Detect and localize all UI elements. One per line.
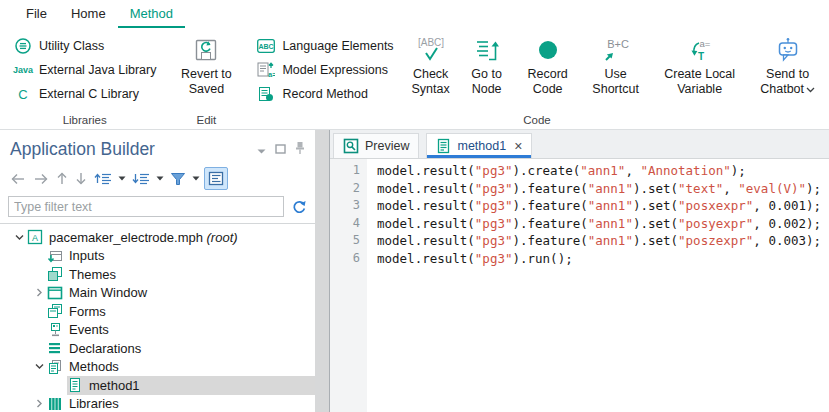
tab-method[interactable]: Method xyxy=(118,1,185,28)
tree-item-libraries[interactable]: Libraries xyxy=(0,395,315,412)
group-label-edit: Edit xyxy=(171,113,241,129)
create-local-variable-button[interactable]: a=T Create Local Variable xyxy=(651,29,749,97)
collapse-list-icon[interactable] xyxy=(130,169,152,189)
tree-item-themes[interactable]: Themes xyxy=(0,265,315,284)
close-icon[interactable]: × xyxy=(512,139,522,153)
use-shortcut-icon: B+C xyxy=(600,34,632,66)
record-code-button[interactable]: Record Code xyxy=(515,29,581,97)
collapse-chevron-icon[interactable] xyxy=(257,142,266,157)
back-arrow-icon[interactable] xyxy=(8,169,28,189)
line-number: 2 xyxy=(330,180,360,198)
tab-file[interactable]: File xyxy=(14,1,59,28)
filter-input[interactable] xyxy=(8,196,284,217)
tree-item-pacemaker-electrode-mph[interactable]: Apacemaker_electrode.mph (root) xyxy=(0,228,315,247)
expand-list-icon[interactable] xyxy=(92,169,114,189)
expander-closed-icon[interactable] xyxy=(32,397,47,410)
tree-item-methods[interactable]: Methods xyxy=(0,358,315,377)
model-expressions-icon: a= xyxy=(256,62,276,78)
code-line-2[interactable]: model.result("pg3").feature("ann1").set(… xyxy=(377,180,829,198)
code-line-6[interactable]: model.result("pg3").run(); xyxy=(377,250,829,268)
ribbon-group-code: ABC Language Elements a= Model Expressio… xyxy=(247,29,826,129)
code-line-1[interactable]: model.result("pg3").create("ann1", "Anno… xyxy=(377,162,829,180)
check-syntax-button[interactable]: [ABC] Check Syntax xyxy=(403,29,459,97)
tab-method1[interactable]: method1 × xyxy=(426,133,532,158)
tree-item-declarations[interactable]: Declarations xyxy=(0,339,315,358)
tab-preview[interactable]: Preview xyxy=(333,133,419,158)
external-c-library-button[interactable]: C External C Library xyxy=(4,82,165,106)
code-line-4[interactable]: model.result("pg3").feature("ann1").set(… xyxy=(377,215,829,233)
svg-text:a=: a= xyxy=(268,70,275,78)
main-window-icon xyxy=(47,285,63,301)
declarations-icon xyxy=(47,340,63,356)
ribbon: Utility Class Java External Java Library… xyxy=(0,28,829,130)
language-elements-button[interactable]: ABC Language Elements xyxy=(247,34,402,58)
tab-preview-label: Preview xyxy=(365,139,409,153)
show-details-toggle[interactable] xyxy=(204,167,228,190)
refresh-icon[interactable] xyxy=(291,199,307,215)
inputs-icon xyxy=(47,248,63,264)
tab-home[interactable]: Home xyxy=(59,1,118,28)
svg-text:A: A xyxy=(32,233,38,243)
tab-method1-label: method1 xyxy=(457,139,506,153)
line-number: 6 xyxy=(330,250,360,268)
tree-item-forms[interactable]: Forms xyxy=(0,302,315,321)
c-icon: C xyxy=(13,87,33,102)
ribbon-group-libraries: Utility Class Java External Java Library… xyxy=(4,29,165,129)
forward-arrow-icon[interactable] xyxy=(31,169,51,189)
float-window-icon[interactable] xyxy=(275,142,286,157)
tree-item-label: Themes xyxy=(69,267,116,282)
model-expressions-button[interactable]: a= Model Expressions xyxy=(247,58,402,82)
themes-icon xyxy=(47,266,63,282)
code-line-5[interactable]: model.result("pg3").feature("ann1").set(… xyxy=(377,232,829,250)
method-editor: Preview method1 × 123456 model.result("p… xyxy=(329,130,829,412)
methods-icon xyxy=(47,359,63,375)
panel-splitter[interactable] xyxy=(315,130,329,412)
code-area[interactable]: model.result("pg3").create("ann1", "Anno… xyxy=(367,159,829,412)
tree-item-label: pacemaker_electrode.mph (root) xyxy=(49,230,238,245)
svg-text:B+C: B+C xyxy=(607,38,629,50)
use-shortcut-button[interactable]: B+C Use Shortcut xyxy=(581,29,651,97)
utility-class-icon xyxy=(13,37,33,55)
collapse-list-dropdown-icon[interactable] xyxy=(155,169,165,189)
utility-class-button[interactable]: Utility Class xyxy=(4,34,165,58)
code-editor[interactable]: 123456 model.result("pg3").create("ann1"… xyxy=(330,159,829,412)
pin-icon[interactable] xyxy=(295,141,305,158)
events-icon xyxy=(47,322,63,338)
expander-open-icon[interactable] xyxy=(32,360,47,373)
move-up-icon[interactable] xyxy=(54,169,70,189)
use-shortcut-label: Use Shortcut xyxy=(585,67,647,97)
code-line-3[interactable]: model.result("pg3").feature("ann1").set(… xyxy=(377,197,829,215)
record-code-label: Record Code xyxy=(519,67,577,97)
panel-title: Application Builder xyxy=(10,139,257,160)
filter-dropdown-icon[interactable] xyxy=(191,169,201,189)
method-icon xyxy=(67,377,83,393)
record-method-button[interactable]: Record Method xyxy=(247,82,402,106)
main-content: Application Builder xyxy=(0,130,829,412)
svg-text:ABC: ABC xyxy=(259,43,274,50)
move-down-icon[interactable] xyxy=(73,169,89,189)
create-local-variable-label: Create Local Variable xyxy=(655,67,745,97)
tree-item-main-window[interactable]: Main Window xyxy=(0,284,315,303)
libraries-icon xyxy=(47,396,63,412)
tree-item-label: Declarations xyxy=(69,341,141,356)
revert-to-saved-button[interactable]: Revert to Saved xyxy=(171,29,241,97)
tree-item-events[interactable]: Events xyxy=(0,321,315,340)
language-elements-label: Language Elements xyxy=(282,39,393,53)
expand-list-dropdown-icon[interactable] xyxy=(117,169,127,189)
language-elements-icon: ABC xyxy=(256,39,276,53)
record-method-icon xyxy=(256,86,276,102)
line-number: 5 xyxy=(330,232,360,250)
expander-open-icon[interactable] xyxy=(12,231,27,244)
preview-icon xyxy=(343,138,359,154)
external-java-library-label: External Java Library xyxy=(39,63,156,77)
expander-closed-icon[interactable] xyxy=(32,286,47,299)
go-to-node-button[interactable]: Go to Node xyxy=(459,29,515,97)
send-to-chatbot-button[interactable]: Send to Chatbot xyxy=(749,29,827,97)
method-icon xyxy=(436,138,451,154)
create-local-variable-icon: a=T xyxy=(685,34,715,66)
filter-icon[interactable] xyxy=(168,169,188,189)
tree-item-inputs[interactable]: Inputs xyxy=(0,247,315,266)
tree-item-method1[interactable]: method1 xyxy=(0,376,315,395)
tree[interactable]: Apacemaker_electrode.mph (root)InputsThe… xyxy=(0,223,315,412)
external-java-library-button[interactable]: Java External Java Library xyxy=(4,58,165,82)
